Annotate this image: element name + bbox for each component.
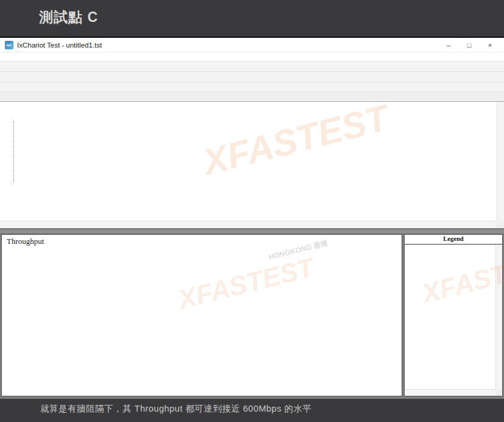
results-table-pane bbox=[0, 102, 504, 229]
table-body bbox=[0, 116, 497, 221]
close-button[interactable]: × bbox=[480, 38, 500, 52]
chart-title: Throughput bbox=[7, 237, 44, 246]
toolbar-pairs bbox=[0, 72, 504, 82]
minimize-button[interactable]: – bbox=[438, 38, 459, 52]
toolbar-standard bbox=[0, 62, 504, 72]
maximize-button[interactable]: □ bbox=[459, 38, 480, 52]
page-background: 測試點 C IxC IxChariot Test - untitled1.tst… bbox=[0, 0, 504, 422]
scrollbar-corner bbox=[497, 221, 504, 228]
results-tab-bar bbox=[0, 92, 504, 102]
legend-body bbox=[405, 245, 495, 389]
legend-horizontal-scrollbar[interactable] bbox=[405, 389, 495, 396]
app-icon: IxC bbox=[5, 41, 13, 49]
table-header-row bbox=[0, 102, 497, 116]
menu-bar bbox=[0, 52, 504, 62]
title-bar: IxC IxChariot Test - untitled1.tst – □ × bbox=[0, 38, 504, 52]
legend-pane: Legend bbox=[404, 234, 503, 396]
table-vertical-scrollbar[interactable] bbox=[497, 102, 504, 221]
bottom-panes: Throughput Legend bbox=[0, 234, 504, 399]
window-controls: – □ × bbox=[438, 38, 500, 52]
caption-text: 就算是有牆阻隔下，其 Throughput 都可達到接近 600Mbps 的水平 bbox=[40, 403, 311, 415]
app-window: IxC IxChariot Test - untitled1.tst – □ ×… bbox=[0, 37, 504, 399]
legend-title: Legend bbox=[405, 235, 502, 245]
window-title: IxChariot Test - untitled1.tst bbox=[17, 41, 102, 49]
page-title: 測試點 C bbox=[39, 8, 98, 27]
pane-splitter[interactable] bbox=[0, 229, 504, 234]
toolbar-groups bbox=[0, 82, 504, 92]
throughput-chart-pane: Throughput bbox=[1, 234, 402, 396]
table-horizontal-scrollbar[interactable] bbox=[0, 221, 497, 228]
throughput-chart bbox=[2, 235, 402, 396]
legend-vertical-scrollbar[interactable] bbox=[495, 245, 502, 389]
legend-scrollbar-corner bbox=[495, 389, 502, 396]
